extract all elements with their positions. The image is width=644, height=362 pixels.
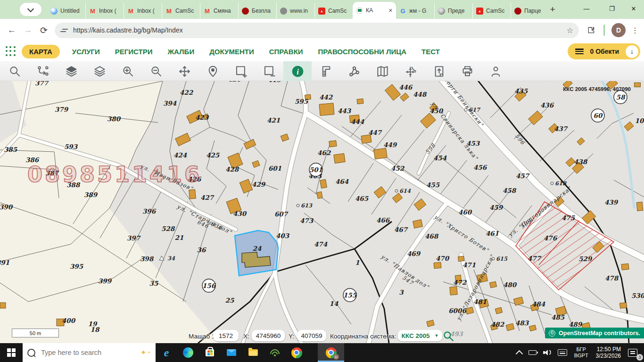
export-tool-icon[interactable]	[425, 61, 453, 81]
apps-grid-icon[interactable]	[6, 46, 16, 57]
taskbar-explorer-icon[interactable]	[242, 343, 264, 362]
tab[interactable]: Inbox (	[124, 3, 162, 19]
browser-tab-strip: UntitledInbox (Inbox (CamScСмянаБезплаww…	[0, 0, 644, 19]
taskbar-edge-icon[interactable]	[177, 343, 199, 362]
layers-filled-icon[interactable]	[57, 61, 85, 81]
crs-dropdown-arrow-icon: ▼	[434, 333, 438, 338]
tab[interactable]: Смяна	[200, 3, 238, 19]
google-icon	[399, 8, 406, 15]
tab[interactable]: жм - G	[396, 3, 434, 19]
url-omnibox[interactable]: https://kais.cadastre.bg/bg/Map/Index ☆	[55, 23, 579, 38]
svg-text:436: 436	[540, 101, 554, 109]
nav-item-2[interactable]: РЕГИСТРИ	[115, 48, 153, 56]
crs-label: Координатна система:	[330, 331, 396, 341]
svg-text:19: 19	[88, 320, 98, 328]
url-text[interactable]: https://kais.cadastre.bg/bg/Map/Index	[73, 26, 567, 34]
nav-item-7[interactable]: ТЕСТ	[421, 48, 440, 56]
pdf-icon	[476, 8, 483, 15]
taskbar-mail-icon[interactable]	[221, 343, 242, 362]
tab-close-icon[interactable]: ✕	[388, 8, 393, 14]
flow-tool-icon[interactable]	[29, 61, 57, 81]
axes-tool-icon[interactable]	[396, 61, 425, 81]
browser-address-bar: ← → ⟳ https://kais.cadastre.bg/bg/Map/In…	[0, 19, 644, 42]
window-minimize-button[interactable]: —	[576, 0, 597, 17]
info-tool-icon[interactable]: i	[283, 61, 312, 81]
tab[interactable]: CamSc	[162, 3, 200, 19]
zoom-in-icon[interactable]	[114, 61, 142, 81]
layers-stack-icon[interactable]	[85, 61, 114, 81]
map-scale-bar: 50 m	[12, 329, 59, 337]
tab[interactable]: Парце	[511, 3, 549, 19]
y-label: Y:	[289, 331, 294, 341]
nav-item-4[interactable]: ДОКУМЕНТИ	[209, 48, 254, 56]
power-icon[interactable]	[525, 343, 540, 362]
tab-search-button[interactable]	[20, 3, 41, 16]
rect-add-icon[interactable]	[227, 61, 255, 81]
share-nodes-icon[interactable]	[340, 61, 368, 81]
pan-tool-icon[interactable]	[170, 61, 198, 81]
sparkle-small-icon: ✦	[147, 350, 151, 355]
tab[interactable]: Untitled	[47, 3, 85, 19]
extensions-icon[interactable]	[586, 25, 596, 35]
print-tool-icon[interactable]	[453, 61, 481, 81]
taskbar-search[interactable]: ✦ ✦	[23, 343, 156, 362]
map-fold-icon[interactable]	[368, 61, 396, 81]
rect-remove-icon[interactable]	[255, 61, 283, 81]
tab[interactable]: Безпла	[238, 3, 276, 19]
svg-text:421: 421	[267, 116, 280, 124]
window-close-button[interactable]: ✕	[623, 0, 644, 17]
taskbar-wifi-app-icon[interactable]	[264, 343, 286, 362]
svg-text:485: 485	[551, 313, 565, 321]
cadastre-map-canvas[interactable]: 24 3773793803853863873883893903913943953…	[0, 81, 644, 343]
browser-menu-icon[interactable]: ⋮	[631, 26, 639, 35]
taskbar-chrome-icon[interactable]	[286, 343, 307, 362]
taskbar-chrome-active[interactable]: D	[318, 343, 344, 362]
forward-button[interactable]: →	[20, 22, 36, 38]
tab[interactable]: Inbox (	[85, 3, 124, 19]
start-button[interactable]	[0, 343, 23, 362]
bookmark-star-icon[interactable]: ☆	[567, 26, 573, 35]
nav-item-6[interactable]: ПРАВОСПОСОБНИ ЛИЦА	[318, 48, 407, 56]
taskbar-search-input[interactable]	[40, 348, 140, 357]
user-tool-icon[interactable]	[481, 61, 510, 81]
window-maximize-button[interactable]: ❐	[602, 0, 622, 17]
browser-avatar[interactable]: D	[611, 23, 626, 37]
nav-item-5[interactable]: СПРАВКИ	[269, 48, 303, 56]
taskbar-clock[interactable]: 12:50 PM 3/23/2026	[592, 346, 625, 359]
collapse-arrow-icon[interactable]: ↓	[626, 45, 638, 58]
zoom-out-icon[interactable]	[142, 61, 170, 81]
language-indicator[interactable]: БГР BGPT	[570, 346, 592, 359]
search-tool-icon[interactable]	[0, 61, 29, 81]
y-value: 407059	[297, 330, 326, 341]
location-pin-icon[interactable]	[198, 61, 227, 81]
svg-text:477: 477	[528, 255, 542, 262]
cadastre-map[interactable]: 24 3773793803853863873883893903913943953…	[0, 81, 644, 343]
tab[interactable]: www.in	[276, 3, 314, 19]
osm-attribution-text[interactable]: OpenStreetMap contributors.	[559, 330, 640, 337]
notification-center[interactable]: 3	[625, 343, 644, 362]
tab-label: Безпла	[252, 8, 273, 14]
tab[interactable]: CamSc	[472, 3, 511, 19]
tab-active[interactable]: КА✕	[353, 2, 396, 19]
taskbar-ie-icon[interactable]: e	[156, 343, 177, 362]
back-button[interactable]: ←	[4, 22, 20, 38]
new-tab-button[interactable]: +	[547, 4, 558, 15]
status-search-icon[interactable]	[442, 330, 454, 342]
measure-tool-icon[interactable]	[312, 61, 340, 81]
tray-chevron-icon[interactable]	[513, 343, 525, 362]
tab[interactable]: CamSc	[314, 3, 353, 19]
reload-button[interactable]: ⟳	[36, 22, 52, 38]
site-settings-icon[interactable]	[60, 26, 69, 34]
taskbar-store-icon[interactable]	[199, 343, 221, 362]
svg-text:593: 593	[64, 143, 78, 150]
svg-text:460: 460	[458, 208, 472, 216]
crs-dropdown[interactable]: ККС 2005 ▼	[398, 330, 442, 341]
nav-item-1[interactable]: УСЛУГИ	[72, 48, 100, 56]
tab[interactable]: Преде	[434, 3, 472, 19]
nav-item-3[interactable]: ЖАЛБИ	[168, 48, 195, 56]
svg-text:385: 385	[4, 146, 18, 153]
objects-button[interactable]: 0 Обекти ↓	[568, 43, 640, 59]
nav-item-0[interactable]: КАРТА	[22, 45, 60, 58]
keyboard-icon[interactable]	[554, 343, 570, 362]
volume-icon[interactable]	[540, 343, 554, 362]
